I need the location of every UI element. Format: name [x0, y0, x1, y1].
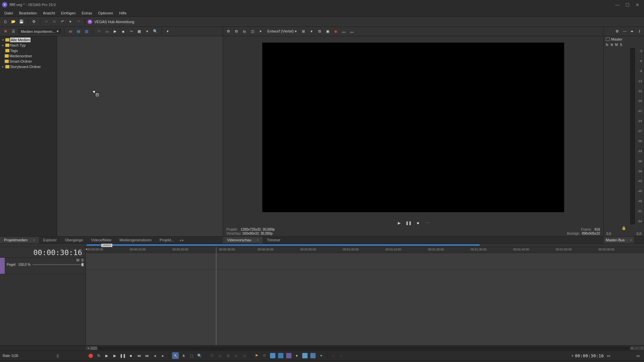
media-props-icon[interactable]: ☰ [10, 28, 17, 35]
media-view-icon[interactable]: ▭ [67, 28, 74, 35]
expand-icon[interactable]: ▸ [1, 43, 5, 48]
master-automation-button[interactable]: ✲ [610, 43, 613, 47]
preview-split-icon[interactable]: ◫ [249, 28, 256, 35]
selection-tool[interactable]: ⬚ [188, 352, 195, 359]
tree-item-storyboard[interactable]: ▸ Storyboard-Ordner [1, 64, 56, 69]
tab-mediengeneratoren[interactable]: Mediengeneratoren [115, 237, 155, 243]
master-mono-icon[interactable]: ⏷ [629, 28, 635, 35]
tree-item-nach-typ[interactable]: ▸ Nach Typ [1, 43, 56, 48]
tree-item-smart-ordner[interactable]: Smart-Ordner [1, 59, 56, 64]
master-mute-button[interactable]: M [615, 43, 618, 47]
collapse-icon[interactable]: ▾ [1, 38, 5, 42]
zoom-in-icon[interactable]: + [639, 346, 644, 350]
tab-trimmer[interactable]: Trimmer [263, 237, 284, 243]
expand-icon[interactable]: ▸ [1, 64, 5, 69]
next-frame-button[interactable]: ▸ [160, 352, 166, 359]
media-filter-icon[interactable]: ▥ [83, 28, 90, 35]
loop-button[interactable]: ↻ [95, 352, 102, 359]
save-project-icon[interactable]: 💾 [18, 18, 25, 25]
zoom-tool[interactable]: 🔍 [196, 352, 203, 359]
loop-region[interactable] [87, 244, 480, 246]
tab-projekt[interactable]: Projekt... [156, 237, 178, 243]
region-label[interactable]: 143101 [101, 244, 112, 247]
color-tool-2[interactable] [277, 352, 284, 359]
preview-fx-icon[interactable]: fx [241, 28, 248, 35]
pause-button[interactable]: ❚❚ [119, 352, 126, 359]
media-grid-icon[interactable]: ▦ [136, 28, 143, 35]
normal-edit-tool[interactable]: ↖ [172, 352, 179, 359]
master-solo-button[interactable]: S [620, 43, 622, 47]
pegel-slider[interactable] [33, 264, 84, 265]
undo-dropdown-icon[interactable]: ▾ [67, 18, 74, 25]
timeline-tracks-area[interactable]: ▸ 00:00:00:00 00:00:10:00 00:00:20:00 00… [86, 247, 644, 345]
preview-grid-icon[interactable]: ⊞ [300, 28, 307, 35]
color-tool-3[interactable] [285, 352, 292, 359]
slider-thumb[interactable] [82, 263, 84, 266]
timecode-settings-icon[interactable]: ▭ [605, 352, 612, 359]
menu-ansicht[interactable]: Ansicht [40, 10, 58, 16]
tab-master-bus[interactable]: Master-Bus⬚× [604, 237, 634, 243]
pin-icon[interactable]: ⬚ [253, 239, 256, 242]
marker-button[interactable]: ⚑ [253, 352, 260, 359]
tab-videoeffekte[interactable]: Videoeffekte [87, 237, 116, 243]
transport-timecode[interactable]: 00:00:30:16 [575, 353, 604, 358]
timeline-scrollbar[interactable]: ◂ ▸ − + [0, 345, 644, 351]
track-mute-button[interactable]: M [76, 258, 79, 262]
timeline-ruler[interactable]: ▸ 00:00:00:00 00:00:10:00 00:00:20:00 00… [86, 247, 644, 253]
rate-slider-thumb[interactable]: ▯ [54, 352, 61, 359]
maximize-timeline-icon[interactable]: ▭ [635, 352, 641, 359]
menu-bearbeiten[interactable]: Bearbeiten [16, 10, 40, 16]
preview-play-icon[interactable]: ▶ [396, 220, 402, 226]
tree-item-tags[interactable]: Tags [1, 48, 56, 53]
close-icon[interactable]: × [257, 238, 259, 242]
minimize-button[interactable]: — [615, 2, 620, 7]
menu-optionen[interactable]: Optionen [95, 10, 116, 16]
scroll-right-icon[interactable]: ▸ [630, 346, 635, 350]
menu-extras[interactable]: Extras [78, 10, 95, 16]
close-button[interactable]: ✕ [636, 2, 639, 7]
playhead[interactable] [216, 247, 216, 345]
timeline-timecode[interactable]: 00:00:30:16 [0, 247, 86, 257]
region-button[interactable]: ⚐ [261, 352, 268, 359]
preview-grid-dropdown-icon[interactable]: ▾ [308, 28, 315, 35]
master-fx-button[interactable]: fx [606, 43, 608, 47]
envelope-tool[interactable]: ⋔ [180, 352, 187, 359]
track-solo-button[interactable]: S [81, 258, 84, 262]
color-tool-4[interactable] [302, 352, 308, 359]
track-lane[interactable] [86, 253, 644, 270]
play-button[interactable]: ▶ [111, 352, 118, 359]
new-project-icon[interactable]: 🗋 [2, 18, 9, 25]
color-tool-5[interactable] [310, 352, 316, 359]
tab-videovorschau[interactable]: Videovorschau⬚× [223, 237, 263, 243]
play-start-button[interactable]: ▶ [103, 352, 110, 359]
preview-stop-icon[interactable]: ■ [415, 220, 421, 226]
color-tool-1[interactable] [269, 352, 276, 359]
scroll-thumb[interactable] [91, 347, 97, 350]
preview-quality-dropdown[interactable]: Entwurf (Viertel) ▾ [265, 28, 299, 34]
master-mixer-icon[interactable]: ⫴ [636, 28, 643, 35]
media-stop-icon[interactable]: ■ [120, 28, 126, 35]
close-icon[interactable]: × [630, 238, 632, 242]
preview-settings-icon[interactable]: ⚙ [225, 28, 232, 35]
track-color-strip[interactable] [0, 258, 5, 274]
media-remove-icon[interactable]: ✖ [2, 28, 9, 35]
pin-icon[interactable]: ⬚ [29, 239, 32, 242]
import-media-button[interactable]: Medien importieren... ▾ [18, 28, 61, 34]
master-dim-icon[interactable]: 〰 [621, 28, 628, 35]
tab-uebergaenge[interactable]: Übergänge [61, 237, 87, 243]
scroll-left-icon[interactable]: ◂ [86, 346, 91, 350]
preview-record-icon[interactable]: ◉ [332, 28, 339, 35]
media-content-area[interactable]: + [57, 36, 223, 236]
tab-projektmedien[interactable]: Projektmedien⬚× [0, 237, 39, 243]
go-end-button[interactable]: ⏭ [144, 352, 150, 359]
scroll-track[interactable] [91, 347, 630, 350]
tab-prev-icon[interactable]: ◂ [179, 238, 181, 242]
media-more-dropdown-icon[interactable]: ▾ [164, 28, 171, 35]
maximize-button[interactable]: ☐ [626, 2, 630, 7]
vegas-hub-button[interactable]: H VEGAS Hub Abmeldung [88, 19, 134, 24]
media-grid-dropdown-icon[interactable]: ▾ [144, 28, 151, 35]
menu-datei[interactable]: Datei [1, 10, 16, 16]
stop-button[interactable]: ■ [127, 352, 134, 359]
tab-next-icon[interactable]: ▸ [182, 238, 184, 242]
preview-viewport[interactable] [223, 36, 603, 218]
